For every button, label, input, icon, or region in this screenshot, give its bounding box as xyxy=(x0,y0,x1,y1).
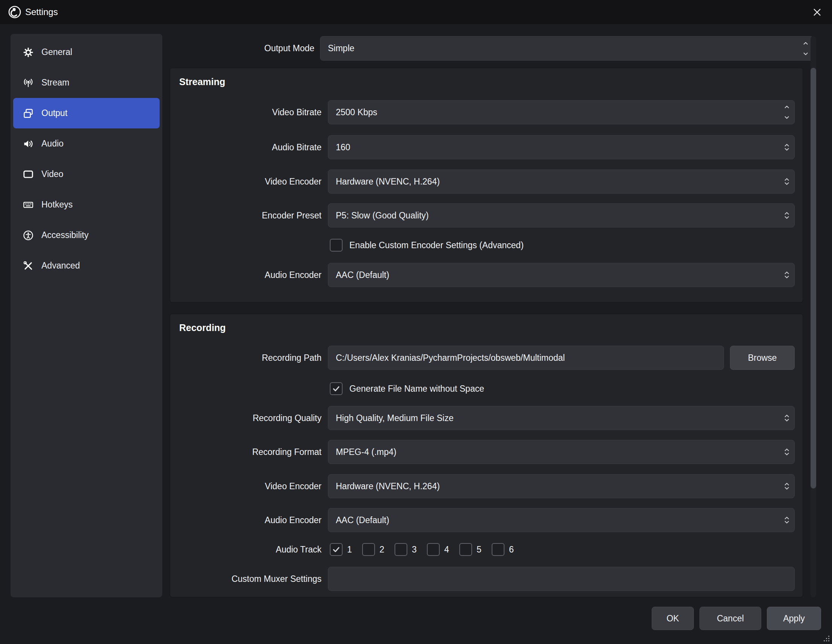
sidebar-item-audio[interactable]: Audio xyxy=(13,128,160,159)
streaming-section: Streaming Video Bitrate 2500 Kbps Audio … xyxy=(170,68,803,303)
speaker-icon xyxy=(22,138,34,150)
encoder-preset-select[interactable]: P5: Slow (Good Quality) xyxy=(328,203,795,227)
sidebar-item-label: Output xyxy=(42,108,67,118)
close-icon xyxy=(812,7,822,17)
ok-button[interactable]: OK xyxy=(652,607,694,630)
audio-track-4-label: 4 xyxy=(444,537,449,562)
audio-bitrate-value: 160 xyxy=(336,143,350,152)
audio-track-4-checkbox[interactable] xyxy=(427,543,440,556)
encoder-preset-label: Encoder Preset xyxy=(170,203,322,227)
recording-audio-encoder-label: Audio Encoder xyxy=(170,508,322,532)
spinner-arrows-icon xyxy=(784,515,790,525)
audio-encoder-label: Audio Encoder xyxy=(170,263,322,287)
recording-format-value: MPEG-4 (.mp4) xyxy=(336,447,397,457)
spinner-arrows-icon xyxy=(784,447,790,457)
audio-bitrate-label: Audio Bitrate xyxy=(170,135,322,159)
generate-filename-label: Generate File Name without Space xyxy=(349,376,484,401)
audio-track-label: Audio Track xyxy=(170,537,322,562)
monitor-icon xyxy=(22,168,34,180)
video-encoder-label: Video Encoder xyxy=(170,170,322,194)
spinner-arrows-icon xyxy=(784,270,790,280)
sidebar-item-label: General xyxy=(42,47,72,57)
spinner-arrows-icon xyxy=(784,177,790,186)
cancel-button[interactable]: Cancel xyxy=(699,607,761,630)
audio-track-6-label: 6 xyxy=(509,537,514,562)
recording-quality-select[interactable]: High Quality, Medium File Size xyxy=(328,406,795,430)
audio-encoder-value: AAC (Default) xyxy=(336,270,389,280)
keyboard-icon xyxy=(22,199,34,211)
sidebar-item-label: Stream xyxy=(42,78,69,88)
recording-format-select[interactable]: MPEG-4 (.mp4) xyxy=(328,440,795,464)
recording-quality-label: Recording Quality xyxy=(170,406,322,430)
output-mode-value: Simple xyxy=(328,43,354,53)
sidebar-item-video[interactable]: Video xyxy=(13,159,160,189)
custom-muxer-input[interactable] xyxy=(328,567,795,591)
recording-format-label: Recording Format xyxy=(170,440,322,464)
video-bitrate-value: 2500 Kbps xyxy=(336,107,377,117)
audio-encoder-select[interactable]: AAC (Default) xyxy=(328,263,795,287)
enable-custom-encoder-checkbox[interactable] xyxy=(330,239,342,252)
recording-path-value: C:/Users/Alex Kranias/PycharmProjects/ob… xyxy=(336,353,565,363)
output-icon xyxy=(22,107,34,119)
output-mode-select[interactable]: Simple xyxy=(320,36,814,61)
encoder-preset-value: P5: Slow (Good Quality) xyxy=(336,210,429,221)
sidebar-item-hotkeys[interactable]: Hotkeys xyxy=(13,189,160,220)
streaming-title: Streaming xyxy=(179,77,225,87)
sidebar-item-stream[interactable]: Stream xyxy=(13,67,160,98)
spinner-arrows-icon xyxy=(803,40,809,57)
recording-quality-value: High Quality, Medium File Size xyxy=(336,413,454,423)
sidebar-item-label: Hotkeys xyxy=(42,200,73,210)
close-button[interactable] xyxy=(805,0,829,24)
sidebar-item-advanced[interactable]: Advanced xyxy=(13,250,160,281)
audio-track-3-checkbox[interactable] xyxy=(395,543,407,556)
scrollbar[interactable] xyxy=(811,36,816,597)
recording-video-encoder-label: Video Encoder xyxy=(170,474,322,498)
audio-bitrate-select[interactable]: 160 xyxy=(328,135,795,159)
window-title: Settings xyxy=(25,7,58,17)
tools-icon xyxy=(22,260,34,272)
spinner-arrows-icon xyxy=(784,104,790,120)
audio-track-2-checkbox[interactable] xyxy=(362,543,375,556)
sidebar-item-label: Advanced xyxy=(42,261,80,271)
custom-muxer-label: Custom Muxer Settings xyxy=(170,567,322,591)
recording-section: Recording Recording Path C:/Users/Alex K… xyxy=(170,314,803,597)
apply-button[interactable]: Apply xyxy=(767,607,821,630)
audio-track-2-label: 2 xyxy=(379,537,384,562)
check-icon xyxy=(332,384,340,393)
audio-track-5-checkbox[interactable] xyxy=(459,543,472,556)
recording-audio-encoder-select[interactable]: AAC (Default) xyxy=(328,508,795,532)
audio-track-3-label: 3 xyxy=(412,537,417,562)
audio-track-1-checkbox[interactable] xyxy=(330,543,342,556)
output-mode-label: Output Mode xyxy=(164,36,314,61)
accessibility-icon xyxy=(22,229,34,242)
sidebar-item-accessibility[interactable]: Accessibility xyxy=(13,220,160,250)
check-icon xyxy=(332,545,340,554)
recording-audio-encoder-value: AAC (Default) xyxy=(336,515,389,525)
recording-title: Recording xyxy=(179,322,226,333)
settings-sidebar: General Stream Output xyxy=(11,34,162,597)
obs-logo-icon xyxy=(8,5,22,19)
video-encoder-value: Hardware (NVENC, H.264) xyxy=(336,177,440,187)
recording-video-encoder-select[interactable]: Hardware (NVENC, H.264) xyxy=(328,474,795,498)
generate-filename-checkbox[interactable] xyxy=(330,382,342,395)
audio-track-6-checkbox[interactable] xyxy=(492,543,504,556)
resize-grip-icon[interactable] xyxy=(823,635,830,642)
audio-track-1-label: 1 xyxy=(347,537,352,562)
sidebar-item-label: Accessibility xyxy=(42,230,88,240)
video-bitrate-spinbox[interactable]: 2500 Kbps xyxy=(328,100,795,124)
audio-track-5-label: 5 xyxy=(477,537,482,562)
sidebar-item-general[interactable]: General xyxy=(13,37,160,67)
gear-icon xyxy=(22,46,34,58)
recording-path-label: Recording Path xyxy=(170,346,322,370)
scrollbar-thumb[interactable] xyxy=(811,68,816,489)
spinner-arrows-icon xyxy=(784,210,790,220)
enable-custom-encoder-label: Enable Custom Encoder Settings (Advanced… xyxy=(349,233,524,257)
broadcast-icon xyxy=(22,77,34,89)
title-bar: Settings xyxy=(0,0,832,24)
recording-path-input[interactable]: C:/Users/Alex Kranias/PycharmProjects/ob… xyxy=(328,346,724,370)
sidebar-item-output[interactable]: Output xyxy=(13,98,160,128)
sidebar-item-label: Audio xyxy=(42,139,64,149)
recording-video-encoder-value: Hardware (NVENC, H.264) xyxy=(336,481,440,492)
video-encoder-select[interactable]: Hardware (NVENC, H.264) xyxy=(328,170,795,194)
browse-button[interactable]: Browse xyxy=(730,346,795,370)
